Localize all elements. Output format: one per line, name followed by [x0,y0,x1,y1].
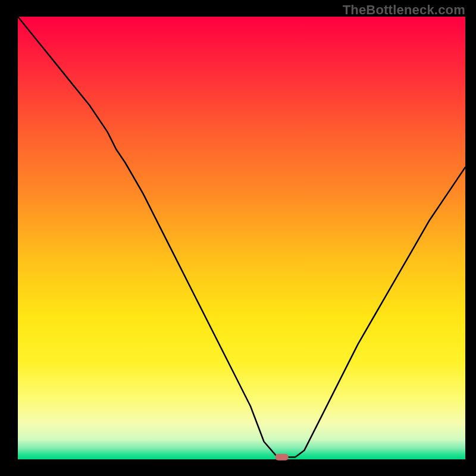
plot-area [18,17,465,459]
chart-svg [0,0,476,476]
optimal-marker [275,454,289,461]
bottleneck-chart: TheBottleneck.com [0,0,476,476]
watermark-text: TheBottleneck.com [343,2,465,18]
